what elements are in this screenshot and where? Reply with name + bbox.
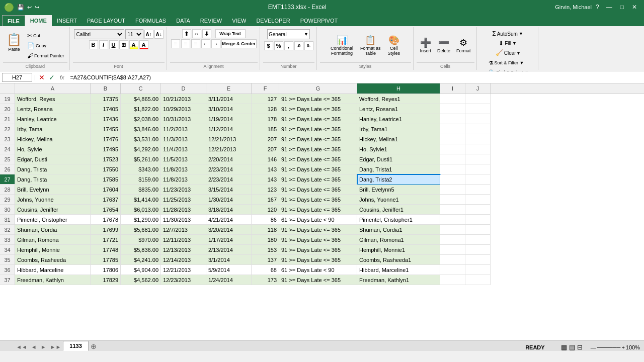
list-item[interactable]: 3/18/2014 [206, 205, 252, 215]
tab-powerpivot[interactable]: POWERPIVOT [295, 15, 343, 26]
list-item[interactable]: 17495 [91, 144, 121, 154]
list-item[interactable]: Pimentel, Cristopher1 [357, 215, 440, 225]
font-color-btn[interactable]: A [139, 40, 148, 49]
list-item[interactable]: $4,241.00 [121, 255, 161, 265]
tab-data[interactable]: DATA [171, 15, 195, 26]
list-item[interactable]: 17654 [91, 205, 121, 215]
list-item[interactable] [440, 195, 465, 205]
list-item[interactable] [440, 185, 465, 195]
list-item[interactable]: 17748 [91, 245, 121, 255]
row-number[interactable]: 32 [0, 225, 15, 235]
row-number[interactable]: 30 [0, 205, 15, 215]
list-item[interactable]: 128 [252, 104, 279, 114]
list-item[interactable]: $1,290.00 [121, 215, 161, 225]
list-item[interactable]: 11/23/2013 [161, 185, 206, 195]
list-item[interactable]: 207 [252, 134, 279, 144]
list-item[interactable]: Irby, Tama [15, 124, 91, 134]
list-item[interactable]: 91 >= Days Late <= 365 [279, 245, 357, 255]
list-item[interactable] [465, 174, 491, 185]
list-item[interactable]: Hemphill, Monnie [15, 245, 91, 255]
list-item[interactable]: 17678 [91, 215, 121, 225]
list-item[interactable]: 12/23/2013 [161, 275, 206, 285]
list-item[interactable]: 61 >= Days Late < 90 [279, 215, 357, 225]
paste-btn[interactable]: 📋 Paste [4, 29, 24, 55]
list-item[interactable]: 11/4/2013 [161, 144, 206, 154]
increase-indent-btn[interactable]: → [211, 39, 220, 48]
list-item[interactable]: 17375 [91, 94, 121, 104]
list-item[interactable] [440, 205, 465, 215]
percent-btn[interactable]: % [274, 41, 283, 50]
align-left-btn[interactable]: ≡ [171, 39, 180, 48]
list-item[interactable]: 2/23/2014 [206, 174, 252, 185]
merge-center-btn[interactable]: Merge & Center [221, 39, 257, 48]
list-item[interactable]: 1/30/2014 [206, 195, 252, 205]
insert-btn[interactable]: ➕ Insert [418, 31, 434, 59]
list-item[interactable] [465, 185, 491, 195]
list-item[interactable] [465, 134, 491, 144]
list-item[interactable]: 17806 [91, 265, 121, 275]
list-item[interactable]: Dang, Trista2 [357, 174, 440, 185]
list-item[interactable]: $5,836.00 [121, 245, 161, 255]
list-item[interactable]: $159.00 [121, 174, 161, 185]
list-item[interactable] [440, 164, 465, 174]
list-item[interactable]: 2/20/2014 [206, 154, 252, 164]
list-item[interactable]: 1/17/2014 [206, 235, 252, 245]
list-item[interactable]: 91 >= Days Late <= 365 [279, 124, 357, 134]
list-item[interactable]: Cousins, Jeniffer [15, 205, 91, 215]
minimize-btn[interactable]: — [603, 3, 615, 12]
list-item[interactable]: 137 [252, 255, 279, 265]
normal-view-btn[interactable]: ▦ [561, 343, 567, 351]
list-item[interactable]: 12/21/2013 [161, 265, 206, 275]
col-header-g[interactable]: G [279, 83, 357, 94]
list-item[interactable] [440, 124, 465, 134]
list-item[interactable]: 61 >= Days Late < 90 [279, 265, 357, 275]
list-item[interactable]: 180 [252, 235, 279, 245]
list-item[interactable] [465, 104, 491, 114]
list-item[interactable]: 143 [252, 174, 279, 185]
page-break-view-btn[interactable]: ⊟ [577, 343, 583, 351]
list-item[interactable]: 1/12/2014 [206, 124, 252, 134]
italic-btn[interactable]: I [99, 40, 108, 49]
list-item[interactable]: 5/9/2014 [206, 265, 252, 275]
list-item[interactable]: Hickey, Melina1 [357, 134, 440, 144]
tab-file[interactable]: FILE [2, 15, 25, 26]
number-format-select[interactable]: General ▼ [267, 29, 310, 39]
list-item[interactable]: 17550 [91, 164, 121, 174]
list-item[interactable]: Wofford, Reyes [15, 94, 91, 104]
list-item[interactable]: 11/8/2013 [161, 164, 206, 174]
row-number[interactable]: 20 [0, 104, 15, 114]
col-header-f[interactable]: F [252, 83, 279, 94]
list-item[interactable]: 10/21/2013 [161, 94, 206, 104]
row-number[interactable]: 31 [0, 215, 15, 225]
currency-btn[interactable]: $ [264, 41, 273, 50]
row-number[interactable]: 33 [0, 235, 15, 245]
list-item[interactable]: 2/13/2014 [206, 245, 252, 255]
list-item[interactable]: 12/21/2013 [206, 144, 252, 154]
cut-btn[interactable]: ✂Cut [25, 31, 66, 40]
increase-font-btn[interactable]: A↑ [144, 30, 153, 39]
list-item[interactable]: Johns, Yuonne [15, 195, 91, 205]
col-header-h[interactable]: H [357, 83, 440, 94]
col-header-j[interactable]: J [465, 83, 491, 94]
list-item[interactable]: 12/14/2013 [161, 255, 206, 265]
list-item[interactable]: Gilman, Romona [15, 235, 91, 245]
list-item[interactable]: 10/31/2013 [161, 114, 206, 124]
tab-developer[interactable]: DEVELOPER [251, 15, 295, 26]
list-item[interactable]: 91 >= Days Late <= 365 [279, 154, 357, 164]
list-item[interactable]: Coombs, Rasheeda1 [357, 255, 440, 265]
list-item[interactable]: 17455 [91, 124, 121, 134]
list-item[interactable] [440, 225, 465, 235]
list-item[interactable]: Brill, Evelynn5 [357, 185, 440, 195]
cell-reference-box[interactable] [2, 73, 32, 82]
list-item[interactable]: Lentz, Rosana [15, 104, 91, 114]
list-item[interactable] [465, 245, 491, 255]
bold-btn[interactable]: B [89, 40, 98, 49]
list-item[interactable]: $1,414.00 [121, 195, 161, 205]
list-item[interactable]: 86 [252, 215, 279, 225]
list-item[interactable]: 185 [252, 124, 279, 134]
fill-color-btn[interactable]: A [129, 40, 138, 49]
row-number[interactable]: 29 [0, 195, 15, 205]
list-item[interactable]: 91 >= Days Late <= 365 [279, 164, 357, 174]
col-header-e[interactable]: E [206, 83, 252, 94]
list-item[interactable]: Hanley, Leatrice1 [357, 114, 440, 124]
